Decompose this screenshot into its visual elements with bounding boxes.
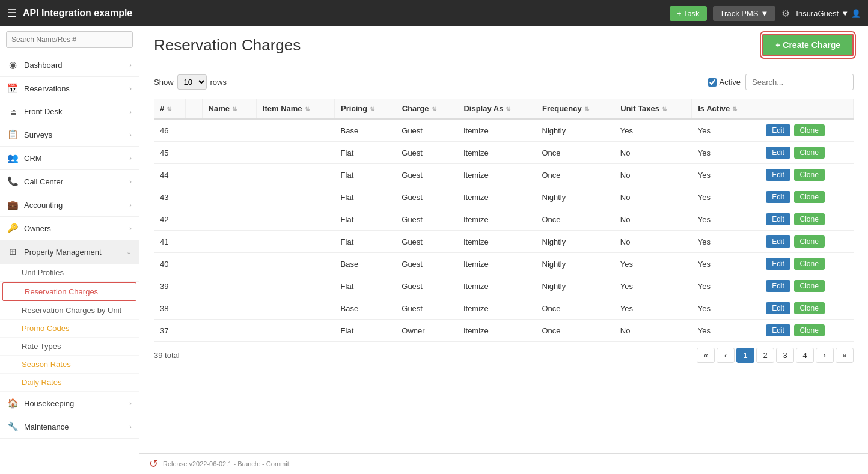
sub-item-label: Reservation Charges <box>25 287 98 296</box>
table-area: Show 10 25 50 rows Active <box>139 64 868 453</box>
clone-button[interactable]: Clone <box>794 324 825 336</box>
chevron-right-icon: › <box>129 85 132 92</box>
sort-icon: ⇅ <box>662 106 667 112</box>
edit-button[interactable]: Edit <box>766 147 790 159</box>
edit-button[interactable]: Edit <box>766 213 790 225</box>
page-2-button[interactable]: 2 <box>756 348 774 363</box>
sidebar-sub-item-reservation-charges-by-unit[interactable]: Reservation Charges by Unit <box>0 302 139 320</box>
sidebar-item-accounting[interactable]: 💼 Accounting › <box>0 193 139 217</box>
page-first-button[interactable]: « <box>697 348 715 363</box>
clone-button[interactable]: Clone <box>794 235 825 248</box>
search-input[interactable] <box>6 31 133 48</box>
cell-actions: Edit Clone <box>760 320 853 342</box>
sidebar-sub-item-promo-codes[interactable]: Promo Codes <box>0 320 139 338</box>
page-prev-button[interactable]: ‹ <box>717 348 735 363</box>
clone-button[interactable]: Clone <box>794 258 825 270</box>
footer: ↺ Release v2022-06-02.1 - Branch: - Comm… <box>139 453 868 474</box>
edit-button[interactable]: Edit <box>766 235 790 248</box>
cell-actions: Edit Clone <box>760 164 853 186</box>
sidebar-sub-item-unit-profiles[interactable]: Unit Profiles <box>0 264 139 282</box>
cell-item-name <box>256 275 334 297</box>
edit-button[interactable]: Edit <box>766 280 790 292</box>
col-header-charge[interactable]: Charge⇅ <box>396 99 457 119</box>
edit-button[interactable]: Edit <box>766 302 790 314</box>
clone-button[interactable]: Clone <box>794 124 825 136</box>
col-header-name[interactable]: Name⇅ <box>202 99 256 119</box>
sidebar-item-property-management[interactable]: ⊞ Property Management ⌄ <box>0 240 139 264</box>
col-header-pricing[interactable]: Pricing⇅ <box>335 99 396 119</box>
settings-icon[interactable]: ⚙ <box>781 8 790 19</box>
col-header-number[interactable]: #⇅ <box>154 99 185 119</box>
table-search-input[interactable] <box>745 74 854 90</box>
sidebar-item-surveys[interactable]: 📋 Surveys › <box>0 123 139 147</box>
clone-button[interactable]: Clone <box>794 280 825 292</box>
trackpms-button[interactable]: Track PMS ▼ <box>713 6 776 21</box>
active-checkbox[interactable] <box>708 78 717 87</box>
sidebar-item-callcenter[interactable]: 📞 Call Center › <box>0 170 139 193</box>
col-header-display-as[interactable]: Display As⇅ <box>457 99 536 119</box>
charges-table: #⇅ Name⇅ Item Name⇅ Pricing⇅ Charge⇅ Dis… <box>154 99 854 342</box>
cell-frequency: Once <box>536 320 614 342</box>
page-next-button[interactable]: › <box>816 348 834 363</box>
table-row: 40 Base Guest Itemize Nightly Yes Yes Ed… <box>154 253 854 275</box>
sidebar-sub-item-season-rates[interactable]: Season Rates <box>0 356 139 374</box>
sidebar-item-label: Property Management <box>24 248 126 257</box>
clone-button[interactable]: Clone <box>794 169 825 181</box>
sidebar-item-frontdesk[interactable]: 🖥 Front Desk › <box>0 100 139 123</box>
sidebar-item-dashboard[interactable]: ◉ Dashboard › <box>0 53 139 77</box>
clone-button[interactable]: Clone <box>794 147 825 159</box>
cell-charge: Owner <box>396 320 457 342</box>
sidebar-item-crm[interactable]: 👥 CRM › <box>0 147 139 170</box>
table-row: 41 Flat Guest Itemize Nightly No Yes Edi… <box>154 231 854 253</box>
edit-button[interactable]: Edit <box>766 258 790 270</box>
sidebar-item-housekeeping[interactable]: 🏠 Housekeeping › <box>0 392 139 415</box>
page-last-button[interactable]: » <box>836 348 854 363</box>
cell-is-active: Yes <box>692 186 760 208</box>
task-button[interactable]: + Task <box>670 6 707 21</box>
cell-frequency: Once <box>536 142 614 164</box>
edit-button[interactable]: Edit <box>766 324 790 336</box>
sidebar-item-reservations[interactable]: 📅 Reservations › <box>0 77 139 100</box>
cell-id: 45 <box>154 142 185 164</box>
cell-item-name <box>256 119 334 142</box>
col-header-is-active[interactable]: Is Active⇅ <box>692 99 760 119</box>
sidebar-sub-item-reservation-charges[interactable]: Reservation Charges <box>2 282 136 301</box>
user-menu[interactable]: InsuraGuest ▼ 👤 <box>796 9 861 18</box>
menu-icon[interactable]: ☰ <box>7 7 17 20</box>
cell-unit-taxes: Yes <box>614 275 692 297</box>
chevron-down-icon: ⌄ <box>126 248 132 256</box>
create-charge-button[interactable]: + Create Charge <box>762 34 854 56</box>
sidebar-sub-item-rate-types[interactable]: Rate Types <box>0 338 139 356</box>
total-count: 39 total <box>154 351 180 360</box>
sidebar-item-owners[interactable]: 🔑 Owners › <box>0 217 139 240</box>
pagination-area: 39 total « ‹ 1 2 3 4 › » <box>154 342 854 365</box>
sidebar-item-label: Surveys <box>24 130 129 139</box>
page-1-button[interactable]: 1 <box>736 348 754 363</box>
col-header-item-name[interactable]: Item Name⇅ <box>256 99 334 119</box>
sidebar-sub-item-daily-rates[interactable]: Daily Rates <box>0 374 139 392</box>
sidebar-item-maintenance[interactable]: 🔧 Maintenance › <box>0 415 139 439</box>
table-row: 38 Base Guest Itemize Once Yes Yes Edit … <box>154 297 854 320</box>
edit-button[interactable]: Edit <box>766 191 790 203</box>
cell-name <box>202 142 256 164</box>
cell-charge: Guest <box>396 164 457 186</box>
page-3-button[interactable]: 3 <box>776 348 794 363</box>
clone-button[interactable]: Clone <box>794 191 825 203</box>
cell-flag <box>185 231 202 253</box>
edit-button[interactable]: Edit <box>766 169 790 181</box>
edit-button[interactable]: Edit <box>766 124 790 136</box>
cell-actions: Edit Clone <box>760 142 853 164</box>
cell-frequency: Once <box>536 297 614 320</box>
clone-button[interactable]: Clone <box>794 302 825 314</box>
col-header-unit-taxes[interactable]: Unit Taxes⇅ <box>614 99 692 119</box>
clone-button[interactable]: Clone <box>794 213 825 225</box>
frontdesk-icon: 🖥 <box>7 106 18 117</box>
cell-frequency: Nightly <box>536 275 614 297</box>
cell-display-as: Itemize <box>457 119 536 142</box>
col-header-frequency[interactable]: Frequency⇅ <box>536 99 614 119</box>
rows-per-page-select[interactable]: 10 25 50 <box>177 74 207 90</box>
page-4-button[interactable]: 4 <box>796 348 814 363</box>
cell-charge: Guest <box>396 297 457 320</box>
cell-unit-taxes: Yes <box>614 297 692 320</box>
table-row: 45 Flat Guest Itemize Once No Yes Edit C… <box>154 142 854 164</box>
